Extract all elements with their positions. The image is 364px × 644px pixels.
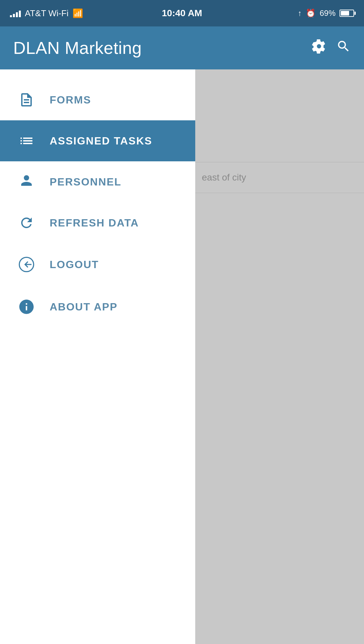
main-container: FORMS ASSIGNED TASKS PERSONNEL [0,69,364,644]
app-header: DLAN Marketing [0,26,364,69]
status-time: 10:40 AM [162,8,202,19]
divider-1 [195,162,364,162]
background-text: east of city [195,169,364,186]
refresh-icon [17,215,36,231]
status-right: ↑ ⏰ 69% [298,9,354,18]
status-left: AT&T Wi-Fi 📶 [10,8,83,19]
personnel-icon [17,174,36,190]
assigned-tasks-label: ASSIGNED TASKS [50,135,152,147]
sidebar-item-forms[interactable]: FORMS [0,79,195,120]
right-panel: east of city [195,69,364,644]
header-actions [312,39,351,57]
refresh-data-label: REFRESH DATA [50,217,139,229]
search-icon[interactable] [336,39,351,57]
divider-2 [195,193,364,193]
sidebar-item-assigned-tasks[interactable]: ASSIGNED TASKS [0,120,195,161]
wifi-icon: 📶 [72,8,83,19]
carrier-label: AT&T Wi-Fi [25,8,68,19]
forms-icon [17,92,36,108]
battery-percentage: 69% [320,9,336,18]
tasks-icon [17,133,36,149]
location-icon: ↑ [298,9,302,18]
about-app-label: ABOUT APP [50,301,117,313]
sidebar-item-personnel[interactable]: PERSONNEL [0,161,195,202]
logout-label: LOGOUT [50,259,99,271]
logout-icon [17,256,36,273]
sidebar-item-logout[interactable]: LOGOUT [0,243,195,286]
status-bar: AT&T Wi-Fi 📶 10:40 AM ↑ ⏰ 69% [0,0,364,26]
app-title: DLAN Marketing [13,38,142,58]
sidebar-item-about-app[interactable]: ABOUT APP [0,286,195,328]
sidebar-drawer: FORMS ASSIGNED TASKS PERSONNEL [0,69,195,644]
sidebar-item-refresh-data[interactable]: REFRESH DATA [0,202,195,243]
forms-label: FORMS [50,94,91,106]
alarm-icon: ⏰ [306,9,316,18]
battery-indicator [340,10,354,17]
settings-icon[interactable] [312,39,326,57]
about-icon [17,298,36,315]
personnel-label: PERSONNEL [50,176,121,188]
signal-bars-icon [10,9,21,17]
